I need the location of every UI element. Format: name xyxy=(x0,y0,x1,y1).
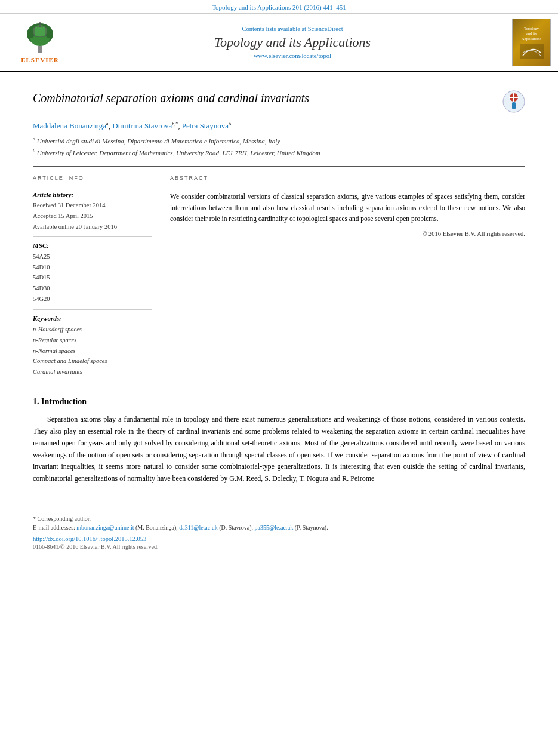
issn-line: 0166-8641/© 2016 Elsevier B.V. All right… xyxy=(33,543,525,550)
sciencedirect-link-text[interactable]: ScienceDirect xyxy=(308,26,343,32)
doi-link[interactable]: http://dx.doi.org/10.1016/j.topol.2015.1… xyxy=(33,536,525,542)
intro-paragraph: Separation axioms play a fundamental rol… xyxy=(33,414,525,485)
elsevier-label: ELSEVIER xyxy=(21,56,59,63)
email-footnote: E-mail addresses: mbonanzinga@unime.it (… xyxy=(33,523,525,532)
received-date: Received 31 December 2014 xyxy=(33,201,152,210)
journal-center: Contents lists available at ScienceDirec… xyxy=(79,26,506,59)
keywords-label: Keywords: xyxy=(33,315,152,322)
msc-item: 54D10 xyxy=(33,262,152,273)
keyword-item: Compact and Lindelöf spaces xyxy=(33,356,152,367)
journal-title: Topology and its Applications xyxy=(79,35,506,50)
accepted-date: Accepted 15 April 2015 xyxy=(33,211,152,221)
journal-banner: ELSEVIER Contents lists available at Sci… xyxy=(0,14,558,72)
elsevier-tree-icon xyxy=(16,22,64,55)
abstract-text: We consider combinatorial versions of cl… xyxy=(170,191,525,224)
corresponding-note: * Corresponding author. xyxy=(33,514,525,523)
msc-item: 54D15 xyxy=(33,272,152,283)
author-b: Dimitrina Stavrovab,*, xyxy=(112,121,182,130)
email3-link[interactable]: pa355@le.ac.uk xyxy=(255,524,294,531)
crossmark-icon xyxy=(502,90,525,113)
keyword-item: n-Regular spaces xyxy=(33,335,152,346)
page: Topology and its Applications 201 (2016)… xyxy=(0,0,558,756)
keywords-list: n-Hausdorff spacesn-Regular spacesn-Norm… xyxy=(33,324,152,377)
keyword-item: n-Normal spaces xyxy=(33,346,152,357)
elsevier-logo: ELSEVIER xyxy=(7,22,73,63)
article-title-section: Combinatorial separation axioms and card… xyxy=(33,84,525,113)
article-title: Combinatorial separation axioms and card… xyxy=(33,90,497,106)
section-divider xyxy=(33,386,525,386)
cover-graphic xyxy=(520,44,544,59)
svg-point-4 xyxy=(46,32,52,38)
main-content: Combinatorial separation axioms and card… xyxy=(0,72,558,497)
sciencedirect-label: Contents lists available at ScienceDirec… xyxy=(79,26,506,32)
intro-heading: 1. Introduction xyxy=(33,397,525,407)
author-c: Petra Staynovab xyxy=(182,121,231,130)
abstract-column: ABSTRACT We consider combinatorial versi… xyxy=(170,175,525,377)
main-divider xyxy=(33,166,525,167)
abstract-label: ABSTRACT xyxy=(170,175,525,181)
authors-line: Maddalena Bonanzingaa, Dimitrina Stavrov… xyxy=(33,121,525,131)
msc-item: 54G20 xyxy=(33,294,152,305)
msc-list: 54A2554D1054D1554D3054G20 xyxy=(33,251,152,305)
msc-item: 54A25 xyxy=(33,251,152,262)
affiliation-a: a Università degli studi di Messina, Dip… xyxy=(33,136,525,146)
history-label: Article history: xyxy=(33,191,152,198)
journal-citation: Topology and its Applications 201 (2016)… xyxy=(0,0,558,14)
two-col-section: ARTICLE INFO Article history: Received 3… xyxy=(33,175,525,377)
journal-url[interactable]: www.elsevier.com/locate/topol xyxy=(79,53,506,59)
journal-cover-image: Topologyand itsApplications xyxy=(512,19,551,66)
article-info-label: ARTICLE INFO xyxy=(33,175,152,181)
email1-link[interactable]: mbonanzinga@unime.it xyxy=(76,524,134,531)
introduction-section: 1. Introduction Separation axioms play a… xyxy=(33,397,525,485)
citation-text: Topology and its Applications 201 (2016)… xyxy=(212,4,346,11)
copyright-line: © 2016 Elsevier B.V. All rights reserved… xyxy=(170,231,525,237)
svg-rect-11 xyxy=(512,102,516,109)
svg-rect-8 xyxy=(520,44,544,59)
affiliation-b: b University of Leicester, Department of… xyxy=(33,147,525,158)
email2-link[interactable]: da311@le.ac.uk xyxy=(179,524,217,531)
article-info-column: ARTICLE INFO Article history: Received 3… xyxy=(33,175,152,377)
svg-point-3 xyxy=(28,32,34,38)
msc-label: MSC: xyxy=(33,242,152,249)
author-a: Maddalena Bonanzingaa, xyxy=(33,121,112,130)
available-date: Available online 20 January 2016 xyxy=(33,222,152,232)
page-footer: * Corresponding author. E-mail addresses… xyxy=(33,509,525,550)
keyword-item: n-Hausdorff spaces xyxy=(33,324,152,335)
svg-rect-0 xyxy=(38,46,42,53)
msc-item: 54D30 xyxy=(33,283,152,294)
keyword-item: Cardinal invariants xyxy=(33,367,152,377)
